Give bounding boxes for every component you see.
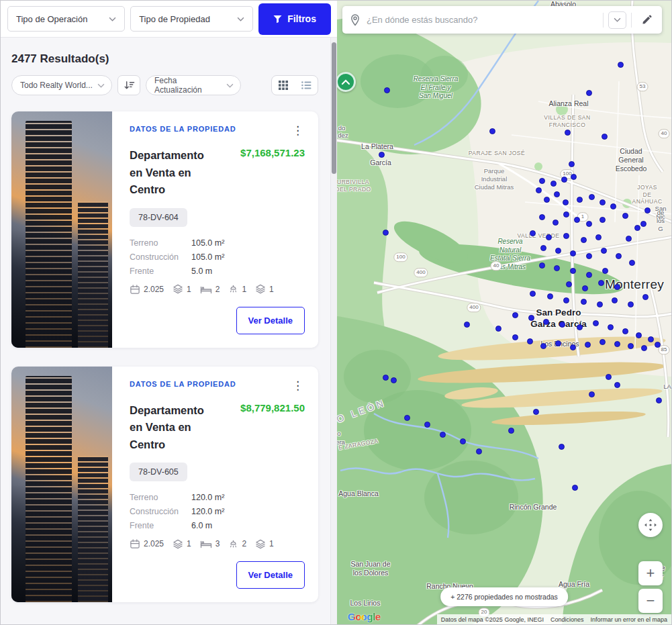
property-marker[interactable] (628, 301, 634, 307)
property-marker[interactable] (383, 230, 389, 236)
property-marker[interactable] (577, 324, 583, 330)
ver-detalle-button[interactable]: Ver Detalle (236, 307, 305, 334)
property-marker[interactable] (644, 207, 651, 213)
property-marker[interactable] (642, 294, 649, 300)
property-marker[interactable] (614, 341, 620, 347)
property-marker[interactable] (655, 342, 661, 348)
property-marker[interactable] (614, 382, 620, 388)
property-marker[interactable] (598, 280, 604, 286)
property-marker[interactable] (559, 322, 565, 328)
property-marker[interactable] (602, 268, 608, 274)
property-marker[interactable] (629, 260, 635, 266)
property-marker[interactable] (440, 432, 446, 438)
property-marker[interactable] (597, 301, 603, 307)
property-marker[interactable] (612, 297, 618, 303)
property-marker[interactable] (626, 236, 632, 242)
property-marker[interactable] (606, 374, 612, 380)
property-marker[interactable] (540, 245, 546, 251)
property-marker[interactable] (599, 217, 606, 223)
property-marker[interactable] (512, 312, 518, 318)
property-marker[interactable] (539, 178, 545, 184)
property-marker[interactable] (554, 265, 560, 271)
property-marker[interactable] (585, 342, 591, 348)
property-marker[interactable] (616, 253, 622, 259)
property-marker[interactable] (570, 268, 576, 274)
report-error-link[interactable]: Informar un error en el mapa (590, 616, 667, 623)
property-marker[interactable] (572, 485, 578, 491)
terms-link[interactable]: Condiciones (550, 616, 584, 623)
property-marker[interactable] (656, 397, 662, 403)
property-marker[interactable] (582, 285, 588, 291)
property-marker[interactable] (566, 281, 572, 287)
property-marker[interactable] (544, 197, 550, 203)
property-marker[interactable] (599, 199, 606, 205)
property-card[interactable]: DATOS DE LA PROPIEDAD ⋮ Departamento en … (11, 111, 318, 348)
property-marker[interactable] (460, 438, 466, 444)
property-marker[interactable] (622, 213, 628, 219)
search-options-button[interactable] (608, 11, 626, 29)
pan-mode-button[interactable] (638, 513, 663, 537)
grid-view-button[interactable] (272, 76, 295, 95)
map-search-input[interactable] (367, 15, 598, 25)
property-marker[interactable] (559, 444, 565, 450)
property-marker[interactable] (530, 230, 536, 236)
property-marker[interactable] (476, 448, 482, 454)
operation-type-dropdown[interactable]: Tipo de Operación (7, 6, 125, 32)
property-marker[interactable] (608, 324, 614, 330)
property-marker[interactable] (634, 225, 640, 231)
sort-direction-button[interactable] (117, 75, 140, 95)
property-marker[interactable] (648, 336, 654, 342)
property-marker[interactable] (602, 134, 608, 140)
card-menu-button[interactable]: ⋮ (291, 380, 305, 391)
property-marker[interactable] (586, 221, 592, 227)
map[interactable]: AbasoloReserva Sierra El Fraile y San Mi… (337, 1, 671, 624)
property-marker[interactable] (595, 234, 602, 240)
property-marker[interactable] (622, 328, 628, 334)
property-marker[interactable] (527, 338, 533, 344)
property-marker[interactable] (539, 214, 545, 220)
property-marker[interactable] (581, 299, 587, 305)
property-marker[interactable] (563, 211, 569, 218)
property-card[interactable]: DATOS DE LA PROPIEDAD ⋮ Departamento en … (11, 367, 318, 603)
property-marker[interactable] (586, 272, 592, 278)
property-marker[interactable] (640, 221, 646, 227)
property-marker[interactable] (577, 197, 583, 203)
property-marker[interactable] (561, 177, 567, 183)
property-marker[interactable] (553, 220, 559, 226)
zoom-in-button[interactable]: + (638, 561, 663, 585)
property-marker[interactable] (540, 343, 546, 349)
property-marker[interactable] (581, 237, 587, 243)
property-marker[interactable] (508, 428, 514, 434)
property-marker[interactable] (550, 181, 557, 187)
property-marker[interactable] (554, 191, 560, 197)
property-marker[interactable] (555, 248, 561, 254)
list-view-button[interactable] (295, 76, 318, 95)
property-marker[interactable] (543, 319, 549, 325)
property-marker[interactable] (636, 332, 642, 338)
property-marker[interactable] (570, 344, 576, 350)
property-marker[interactable] (379, 152, 385, 158)
property-marker[interactable] (614, 284, 620, 290)
property-marker[interactable] (610, 203, 616, 209)
zoom-out-button[interactable]: − (638, 589, 663, 613)
property-marker[interactable] (512, 334, 518, 340)
property-marker[interactable] (464, 322, 470, 328)
property-marker[interactable] (628, 343, 634, 349)
property-marker[interactable] (563, 233, 569, 239)
draw-area-button[interactable] (636, 11, 657, 30)
property-marker[interactable] (489, 128, 495, 134)
property-marker[interactable] (547, 293, 553, 299)
property-marker[interactable] (533, 409, 539, 415)
property-marker[interactable] (555, 340, 561, 346)
property-marker[interactable] (586, 90, 592, 96)
property-marker[interactable] (601, 248, 607, 254)
property-marker[interactable] (546, 234, 552, 240)
scrollbar-thumb[interactable] (332, 42, 336, 174)
property-marker[interactable] (563, 199, 569, 205)
property-marker[interactable] (569, 161, 575, 167)
property-marker[interactable] (589, 194, 595, 200)
property-marker[interactable] (495, 326, 501, 332)
property-marker[interactable] (563, 297, 569, 303)
property-marker[interactable] (593, 320, 599, 326)
property-type-dropdown[interactable]: Tipo de Propiedad (130, 6, 253, 32)
